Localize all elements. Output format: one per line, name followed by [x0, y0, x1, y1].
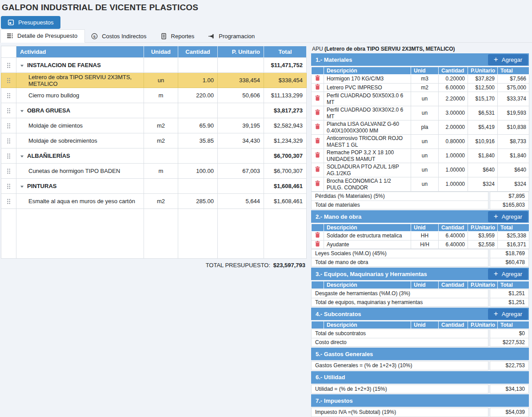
- plus-icon: +: [494, 56, 498, 63]
- apu-section-header: 6.- Utilidad: [311, 371, 529, 384]
- apu-section-title: 1.- Materiales: [316, 56, 352, 63]
- budget-item-row-selected[interactable]: Letrero de obra TIPO SERVIU 2X3MTS, META…: [1, 73, 307, 88]
- apu-item-row: Brocha ECONOMICA 1 1/2 PULG. CONDOR un 1…: [312, 177, 529, 192]
- apu-calc-row: Costo directo $227,532: [311, 338, 529, 347]
- tab-costos-indirectos[interactable]: Costos Indirectos: [85, 29, 154, 43]
- collapse-caret-icon[interactable]: [20, 64, 24, 68]
- collapse-caret-icon[interactable]: [20, 109, 24, 113]
- delete-column-header: [312, 67, 324, 75]
- drag-handle[interactable]: [1, 103, 16, 118]
- apu-section-mano-de-obra: 2.- Mano de obra +Agregar Descripción Un…: [311, 210, 529, 267]
- main-content: Actividad Unidad Cantidad P. Unitario To…: [0, 43, 532, 417]
- apu-calc-row: Total de mano de obra $60,478: [311, 258, 529, 267]
- budget-group-row[interactable]: ALBAÑILERÍAS $6,700,307: [1, 148, 307, 164]
- col-total: Total: [264, 46, 307, 58]
- budget-group-row[interactable]: OBRA GRUESA $3,817,273: [1, 103, 307, 118]
- tab-detalle-de-presupuesto[interactable]: Detalle de Presupuesto: [0, 29, 85, 43]
- presupuestos-button[interactable]: Presupuestos: [1, 16, 60, 29]
- apu-calc-row: Leyes Sociales (%M.O) (45%) $18,769: [311, 249, 529, 258]
- apu-table-header-row: Descripción Unid Cantidad P.Unitario Tot…: [312, 321, 529, 329]
- trash-icon: [315, 180, 320, 186]
- delete-button[interactable]: [313, 138, 322, 145]
- budget-group-row[interactable]: PINTURAS $1,608,461: [1, 179, 307, 194]
- trash-icon: [315, 152, 320, 158]
- apu-item-row: Anticorrosivo TRICOLOR ROJO MAEST 1 GL u…: [312, 135, 529, 149]
- delete-button[interactable]: [313, 241, 322, 248]
- apu-section-utilidad: 6.- Utilidad Utilidad = (% de 1+2+3) (15…: [311, 371, 529, 394]
- drag-handle[interactable]: [1, 179, 16, 194]
- delete-button[interactable]: [313, 124, 322, 131]
- apu-section-header: 2.- Mano de obra +Agregar: [311, 210, 529, 223]
- apu-item-row: Plancha LISA GALVANIZ G-60 0.40X1000X300…: [312, 120, 529, 135]
- budget-item-row[interactable]: Moldaje de cimientos m2 65.90 39,195 $2,…: [1, 118, 307, 133]
- drag-handle[interactable]: [1, 133, 16, 148]
- trash-icon: [315, 241, 320, 247]
- drag-handle-icon: [7, 183, 11, 189]
- apu-section-equipos: 3.- Equipos, Maquinarias y Herramientas …: [311, 268, 529, 307]
- presupuestos-button-label: Presupuestos: [18, 19, 54, 26]
- group-name: PINTURAS: [27, 183, 56, 189]
- apu-section-title: 3.- Equipos, Maquinarias y Herramientas: [316, 271, 427, 277]
- apu-calc-row: Total de subcontratos $0: [311, 329, 529, 338]
- apu-calc-row: Pérdidas (% Materiales) (5%) $7,895: [311, 192, 529, 201]
- delete-column-header: [312, 224, 324, 232]
- drag-handle[interactable]: [1, 148, 16, 164]
- subcontratos-table: Descripción Unid Cantidad P.Unitario Tot…: [311, 321, 529, 329]
- tab-programacion[interactable]: Programacion: [202, 29, 262, 43]
- agregar-button[interactable]: +Agregar: [488, 269, 528, 280]
- apu-section-header: 1.- Materiales +Agregar: [311, 53, 529, 66]
- collapse-caret-icon[interactable]: [20, 154, 24, 158]
- delete-button[interactable]: [313, 166, 322, 173]
- drag-handle-icon: [7, 123, 11, 129]
- drag-handle[interactable]: [1, 194, 16, 209]
- delete-button[interactable]: [313, 95, 322, 102]
- app-page: GALPON INDUSTRIAL DE VICENTE PLASTICOS P…: [0, 0, 532, 417]
- trash-icon: [315, 166, 320, 172]
- delete-button[interactable]: [313, 84, 322, 91]
- apu-item-row: Soldador de estructura metalica HH 6.400…: [312, 232, 529, 241]
- drag-handle[interactable]: [1, 88, 16, 103]
- drag-handle[interactable]: [1, 118, 16, 133]
- apu-title-subject: (Letrero de obra TIPO SERVIU 2X3MTS, MET…: [324, 46, 455, 52]
- plus-icon: +: [494, 310, 498, 317]
- drag-column-header: [1, 46, 16, 58]
- apu-calc-row: Impuesto IVA =(% Subtotal) (19%) $54,039: [311, 408, 529, 417]
- delete-button[interactable]: [313, 180, 322, 188]
- budget-table: Actividad Unidad Cantidad P. Unitario To…: [1, 46, 307, 259]
- delete-button[interactable]: [313, 75, 322, 82]
- budget-item-row[interactable]: Cierro muro bulldog m 220.00 50,606 $11,…: [1, 88, 307, 103]
- agregar-button[interactable]: +Agregar: [488, 54, 528, 65]
- budget-item-row[interactable]: Cunetas de hormigon TIPO BADEN m 100.00 …: [1, 164, 307, 179]
- empty-table-area: [1, 209, 307, 259]
- drag-handle-icon: [7, 62, 11, 68]
- budget-group-row[interactable]: INSTALACION DE FAENAS $11,471,752: [1, 58, 307, 73]
- budget-item-row[interactable]: Esmalte al aqua en muros de yeso cartón …: [1, 194, 307, 209]
- drag-handle[interactable]: [1, 58, 16, 73]
- drag-handle-icon: [7, 92, 11, 99]
- delete-button[interactable]: [313, 152, 322, 159]
- apu-section-impuestos: 7.- Impuestos Impuesto IVA =(% Subtotal)…: [311, 394, 529, 417]
- tab-reportes[interactable]: Reportes: [154, 29, 202, 43]
- apu-title: APU (Letrero de obra TIPO SERVIU 2X3MTS,…: [312, 46, 529, 52]
- agregar-button[interactable]: +Agregar: [488, 211, 528, 222]
- apu-section-title: 2.- Mano de obra: [316, 213, 361, 220]
- drag-handle-icon: [7, 138, 11, 144]
- delete-button[interactable]: [313, 232, 322, 239]
- equipos-table: Descripción Unid Cantidad P.Unitario Tot…: [311, 281, 529, 289]
- delete-button[interactable]: [313, 109, 322, 116]
- drag-handle-icon: [7, 77, 11, 84]
- apu-section-gastos-generales: 5.- Gastos Generales Gastos Generales = …: [311, 348, 529, 370]
- col-actividad: Actividad: [16, 46, 144, 58]
- page-title: GALPON INDUSTRIAL DE VICENTE PLASTICOS: [2, 3, 532, 12]
- agregar-button[interactable]: +Agregar: [488, 309, 528, 320]
- budget-item-row[interactable]: Moldaje de sobrecimientos m2 35.85 34,43…: [1, 133, 307, 148]
- drag-handle[interactable]: [1, 73, 16, 88]
- col-unidad: Unidad: [144, 46, 178, 58]
- delete-column-header: [312, 321, 324, 329]
- drag-handle[interactable]: [1, 164, 16, 179]
- collapse-caret-icon[interactable]: [20, 184, 24, 188]
- apu-panel: APU (Letrero de obra TIPO SERVIU 2X3MTS,…: [311, 46, 529, 417]
- drag-handle-icon: [7, 198, 11, 204]
- pushpin-icon: [208, 33, 215, 40]
- plus-icon: +: [494, 270, 498, 277]
